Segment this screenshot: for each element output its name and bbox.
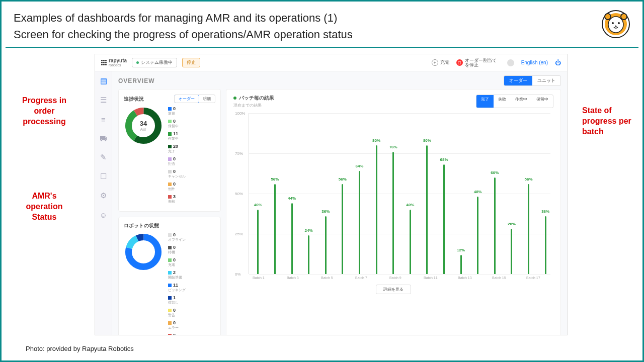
nav-doc-icon[interactable]: ☐ (99, 172, 108, 181)
photo-credit: Photo: provided by Rapyuta Robotics (26, 345, 134, 352)
progress-legend: 0新規0保留中11作業中20完了0拒否0キャンセル0例外3失敗 (168, 106, 215, 206)
robot-donut (124, 232, 163, 272)
stop-button[interactable]: 停止 (182, 58, 200, 67)
progress-card-tabs[interactable]: オーダー 明細 (174, 95, 215, 103)
robot-status-card: ロボットの状態 (118, 217, 221, 335)
nav-list-icon[interactable]: ≡ (99, 115, 108, 124)
nav-cart-icon[interactable]: ⛟ (99, 134, 108, 143)
robot-card-title: ロボットの状態 (124, 222, 159, 229)
language-selector[interactable]: English (en) (521, 60, 548, 65)
progress-card: 進捗状況 オーダー 明細 (118, 89, 221, 212)
chart-detail-button[interactable]: 詳細を見る (376, 285, 411, 294)
sidebar: ▤ ☰ ≡ ⛟ ✎ ☐ ⚙ ☺ (95, 71, 112, 335)
nav-settings-icon[interactable]: ⚙ (99, 191, 108, 200)
svg-point-6 (618, 22, 620, 24)
annotation-amr-status: AMR's operation Status (17, 191, 72, 222)
chart-title: バッチ毎の結果 (233, 95, 274, 102)
dashboard-screenshot: rapyutarobotics システム稼働中 停止 +充電 ◻オーダー割当てを… (95, 54, 568, 335)
svg-point-4 (608, 17, 623, 33)
progress-donut: 34合計 (124, 106, 163, 145)
svg-point-3 (621, 14, 627, 20)
chart-subtitle: 現在までの結果 (233, 103, 274, 108)
overview-tabs[interactable]: オーダー ユニット (504, 75, 561, 86)
tab-order[interactable]: オーダー (504, 76, 532, 85)
annotation-progress: Progress in order processing (17, 96, 72, 127)
overview-title: OVERVIEW (118, 77, 154, 84)
nav-orders-icon[interactable]: ☰ (99, 96, 108, 105)
topbar: rapyutarobotics システム稼働中 停止 +充電 ◻オーダー割当てを… (95, 54, 567, 71)
svg-point-5 (612, 22, 614, 24)
annotation-batch: State of progress per batch (582, 106, 632, 137)
chart-filter-tabs[interactable]: 完了 失敗 作業中 保留中 (476, 95, 553, 108)
tiger-logo (601, 10, 630, 39)
robot-legend: 0オフライン0待機0充電2開始準備11ピッキング1荷卸し0警告0エラー0失敗 (168, 232, 215, 335)
power-icon[interactable]: ⏻ (555, 59, 561, 66)
nav-dashboard-icon[interactable]: ▤ (99, 76, 108, 85)
tab-unit[interactable]: ユニット (532, 76, 560, 85)
stop-assign-button[interactable]: ◻オーダー割当てを停止 (456, 58, 500, 67)
brand-logo: rapyutarobotics (101, 58, 127, 67)
slide-title-2: Screen for checking the progress of oper… (14, 26, 353, 43)
status-indicator (507, 59, 514, 66)
system-status-pill: システム稼働中 (132, 58, 177, 67)
progress-card-title: 進捗状況 (124, 96, 144, 103)
slide-title-1: Examples of dashboards for managing AMR … (14, 10, 353, 26)
chart-x-axis: Batch 1Batch 2Batch 3Batch 4Batch 5Batch… (253, 276, 553, 280)
charge-button[interactable]: +充電 (432, 59, 449, 66)
svg-point-2 (605, 14, 611, 20)
batch-bar-chart: 0%25%50%75%100%40%56%44%24%36%56%64%80%7… (249, 113, 550, 274)
batch-chart-card: バッチ毎の結果 現在までの結果 完了 失敗 作業中 保留中 (226, 89, 561, 335)
nav-user-icon[interactable]: ☺ (99, 210, 108, 219)
nav-report-icon[interactable]: ✎ (99, 153, 108, 162)
